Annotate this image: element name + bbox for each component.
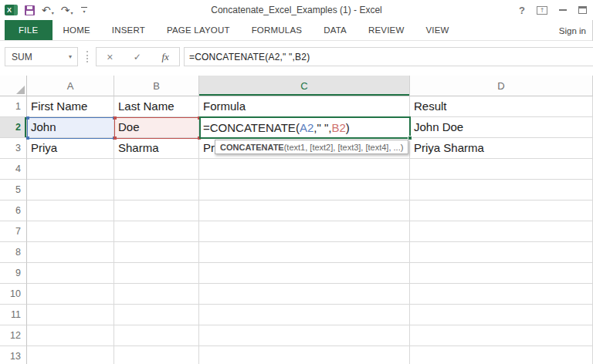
cell-A4[interactable] xyxy=(27,159,114,180)
cell-editor-c2[interactable]: =CONCATENATE(A2," ",B2) xyxy=(199,116,411,139)
cell-B11[interactable] xyxy=(114,305,199,325)
sheet-row-4: 4 xyxy=(0,159,593,180)
formula-input[interactable]: =CONCATENATE(A2," ",B2) xyxy=(184,47,593,66)
row-header-7[interactable]: 7 xyxy=(0,221,27,242)
tab-insert[interactable]: INSERT xyxy=(101,20,156,40)
cell-B13[interactable] xyxy=(114,346,199,364)
cell-C7[interactable] xyxy=(199,221,410,242)
insert-function-icon[interactable]: fx xyxy=(161,51,168,63)
cell-C6[interactable] xyxy=(199,201,410,221)
cell-B2[interactable]: Doe xyxy=(114,117,199,138)
cell-B8[interactable] xyxy=(114,242,199,263)
cell-C10[interactable] xyxy=(199,284,410,305)
tab-formulas[interactable]: FORMULAS xyxy=(241,20,313,40)
cell-D9[interactable] xyxy=(410,263,593,284)
formula-bar-drag-handle[interactable] xyxy=(86,51,88,62)
cell-A6[interactable] xyxy=(27,201,114,221)
row-header-1[interactable]: 1 xyxy=(0,96,27,117)
cell-A12[interactable] xyxy=(27,325,114,346)
row-header-6[interactable]: 6 xyxy=(0,201,27,221)
cell-B9[interactable] xyxy=(114,263,199,284)
tab-review[interactable]: REVIEW xyxy=(357,20,415,40)
cell-A3[interactable]: Priya xyxy=(27,138,114,159)
cell-B3[interactable]: Sharma xyxy=(114,138,199,159)
cell-D10[interactable] xyxy=(410,284,593,305)
cell-D13[interactable] xyxy=(410,346,593,364)
help-icon[interactable]: ? xyxy=(519,5,525,16)
cell-B12[interactable] xyxy=(114,325,199,346)
cell-C13[interactable] xyxy=(199,346,410,364)
cell-A8[interactable] xyxy=(27,242,114,263)
cell-C8[interactable] xyxy=(199,242,410,263)
redo-button[interactable]: ↷ ▾ xyxy=(61,5,73,15)
window-title: Concatenate_Excel_Examples (1) - Excel xyxy=(0,0,593,20)
cell-B1[interactable]: Last Name xyxy=(114,96,199,117)
redo-dropdown-icon[interactable]: ▾ xyxy=(70,10,73,15)
cell-D11[interactable] xyxy=(410,305,593,325)
column-header-C[interactable]: C xyxy=(199,76,410,96)
cell-C11[interactable] xyxy=(199,305,410,325)
name-box-dropdown-icon[interactable]: ▾ xyxy=(69,53,77,60)
row-header-8[interactable]: 8 xyxy=(0,242,27,263)
tab-file[interactable]: FILE xyxy=(5,20,53,40)
undo-icon: ↶ xyxy=(42,5,51,15)
cell-A9[interactable] xyxy=(27,263,114,284)
cell-D6[interactable] xyxy=(410,201,593,221)
tab-view[interactable]: VIEW xyxy=(415,20,459,40)
sign-in-link[interactable]: Sign in xyxy=(553,20,593,41)
row-header-10[interactable]: 10 xyxy=(0,284,27,305)
cell-D3[interactable]: Priya Sharma xyxy=(410,138,593,159)
tab-page-layout[interactable]: PAGE LAYOUT xyxy=(156,20,241,40)
cell-C12[interactable] xyxy=(199,325,410,346)
column-header-A[interactable]: A xyxy=(27,76,114,96)
cell-D8[interactable] xyxy=(410,242,593,263)
row-header-9[interactable]: 9 xyxy=(0,263,27,284)
cell-D1[interactable]: Result xyxy=(410,96,593,117)
cell-A11[interactable] xyxy=(27,305,114,325)
name-box[interactable]: SUM ▾ xyxy=(5,47,78,66)
undo-dropdown-icon[interactable]: ▾ xyxy=(52,10,54,15)
tab-home[interactable]: HOME xyxy=(53,20,101,40)
cell-C1[interactable]: Formula xyxy=(199,96,410,117)
cell-C9[interactable] xyxy=(199,263,410,284)
cell-A2[interactable]: John xyxy=(27,117,114,138)
minimize-icon[interactable] xyxy=(559,9,567,11)
cell-C4[interactable] xyxy=(199,159,410,180)
maximize-icon[interactable] xyxy=(578,6,587,14)
row-header-12[interactable]: 12 xyxy=(0,325,27,346)
cell-A13[interactable] xyxy=(27,346,114,364)
customize-quick-access-icon[interactable]: ▾ xyxy=(80,7,88,14)
tab-data[interactable]: DATA xyxy=(313,20,357,40)
cell-B7[interactable] xyxy=(114,221,199,242)
cell-B10[interactable] xyxy=(114,284,199,305)
save-icon[interactable] xyxy=(25,5,35,15)
cell-B4[interactable] xyxy=(114,159,199,180)
cancel-icon[interactable]: × xyxy=(107,51,113,63)
formula-bar-buttons: × ✓ fx xyxy=(96,47,180,66)
row-header-4[interactable]: 4 xyxy=(0,159,27,180)
cell-A7[interactable] xyxy=(27,221,114,242)
cell-D5[interactable] xyxy=(410,180,593,201)
undo-button[interactable]: ↶ ▾ xyxy=(42,5,54,15)
cell-B5[interactable] xyxy=(114,180,199,201)
cell-D4[interactable] xyxy=(410,159,593,180)
select-all-corner[interactable] xyxy=(0,76,27,96)
cell-B6[interactable] xyxy=(114,201,199,221)
cell-A1[interactable]: First Name xyxy=(27,96,114,117)
cell-C5[interactable] xyxy=(199,180,410,201)
cell-A10[interactable] xyxy=(27,284,114,305)
cell-D7[interactable] xyxy=(410,221,593,242)
enter-icon[interactable]: ✓ xyxy=(134,52,141,62)
row-header-2[interactable]: 2 xyxy=(0,117,27,138)
row-header-3[interactable]: 3 xyxy=(0,138,27,159)
excel-app-icon[interactable]: X xyxy=(5,5,18,15)
cell-A5[interactable] xyxy=(27,180,114,201)
column-header-B[interactable]: B xyxy=(114,76,199,96)
cell-D2[interactable]: John Doe xyxy=(410,117,593,138)
row-header-13[interactable]: 13 xyxy=(0,346,27,364)
row-header-5[interactable]: 5 xyxy=(0,180,27,201)
ribbon-display-options-icon[interactable]: ↑ xyxy=(537,6,547,15)
column-header-D[interactable]: D xyxy=(410,76,593,96)
row-header-11[interactable]: 11 xyxy=(0,305,27,325)
cell-D12[interactable] xyxy=(410,325,593,346)
